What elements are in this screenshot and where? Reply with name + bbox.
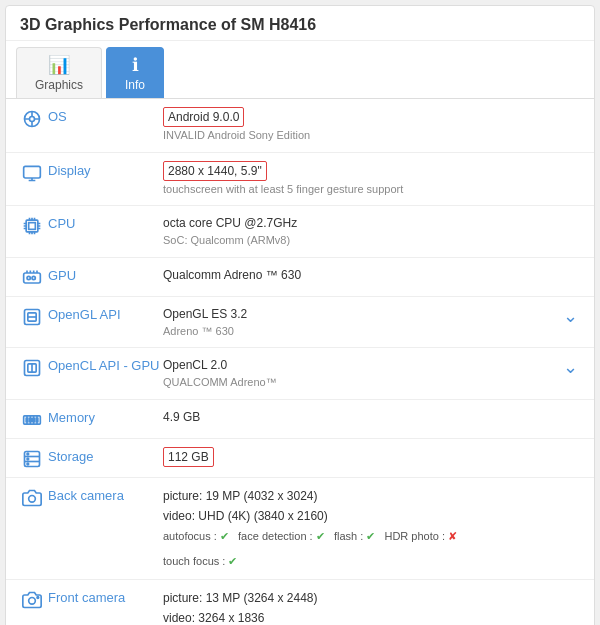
storage-row: Storage 112 GB	[6, 439, 594, 478]
svg-rect-44	[36, 418, 38, 421]
hdr-cross: ✘	[448, 530, 457, 542]
display-sub: touchscreen with at least 5 finger gestu…	[163, 181, 584, 198]
display-value: 2880 x 1440, 5.9" touchscreen with at le…	[163, 161, 584, 198]
back-camera-icon	[16, 486, 48, 508]
gpu-value: Qualcomm Adreno ™ 630	[163, 266, 584, 284]
display-label: Display	[48, 161, 163, 178]
graphics-tab-icon: 📊	[48, 54, 70, 76]
opencl-expand-button[interactable]: ⌄	[556, 356, 584, 378]
memory-value: 4.9 GB	[163, 408, 584, 426]
front-camera-video: video: 3264 x 1836	[163, 608, 584, 625]
opencl-main: OpenCL 2.0	[163, 356, 556, 374]
svg-point-48	[27, 453, 29, 455]
opengl-icon	[16, 305, 48, 327]
gpu-main: Qualcomm Adreno ™ 630	[163, 266, 584, 284]
front-camera-row: Front camera picture: 13 MP (3264 x 2448…	[6, 580, 594, 625]
front-camera-icon	[16, 588, 48, 610]
opengl-expand-button[interactable]: ⌄	[556, 305, 584, 327]
opencl-label: OpenCL API - GPU	[48, 356, 163, 373]
front-camera-picture: picture: 13 MP (3264 x 2448)	[163, 588, 584, 608]
svg-point-53	[37, 597, 39, 599]
autofocus-check: ✔	[220, 530, 229, 542]
svg-rect-6	[24, 166, 41, 178]
cpu-row: CPU octa core CPU @2.7GHz SoC: Qualcomm …	[6, 206, 594, 258]
info-tab-label: Info	[125, 78, 145, 92]
display-highlight: 2880 x 1440, 5.9"	[163, 161, 267, 181]
tab-graphics[interactable]: 📊 Graphics	[16, 47, 102, 98]
os-label: OS	[48, 107, 163, 124]
info-tab-icon: ℹ	[132, 54, 139, 76]
svg-point-25	[32, 276, 35, 279]
info-table: OS Android 9.0.0 INVALID Android Sony Ed…	[6, 99, 594, 625]
memory-icon	[16, 408, 48, 430]
cpu-label: CPU	[48, 214, 163, 231]
back-camera-label: Back camera	[48, 486, 163, 503]
storage-value: 112 GB	[163, 447, 584, 467]
storage-label: Storage	[48, 447, 163, 464]
svg-point-51	[29, 495, 36, 502]
svg-point-52	[29, 598, 36, 605]
svg-rect-43	[33, 418, 35, 421]
back-camera-video: video: UHD (4K) (3840 x 2160)	[163, 506, 584, 526]
os-icon	[16, 107, 48, 129]
memory-main: 4.9 GB	[163, 408, 584, 426]
cpu-value: octa core CPU @2.7GHz SoC: Qualcomm (ARM…	[163, 214, 584, 249]
opengl-label: OpenGL API	[48, 305, 163, 322]
tab-info[interactable]: ℹ Info	[106, 47, 164, 98]
gpu-label: GPU	[48, 266, 163, 283]
gpu-row: GPU Qualcomm Adreno ™ 630	[6, 258, 594, 297]
front-camera-value: picture: 13 MP (3264 x 2448) video: 3264…	[163, 588, 584, 625]
svg-rect-41	[26, 418, 28, 421]
svg-rect-42	[30, 418, 32, 421]
svg-point-50	[27, 463, 29, 465]
os-highlight: Android 9.0.0	[163, 107, 244, 127]
svg-point-24	[27, 276, 30, 279]
opengl-row: OpenGL API OpenGL ES 3.2 Adreno ™ 630 ⌄	[6, 297, 594, 349]
cpu-main: octa core CPU @2.7GHz	[163, 214, 584, 232]
front-camera-label: Front camera	[48, 588, 163, 605]
graphics-tab-label: Graphics	[35, 78, 83, 92]
flash-check: ✔	[366, 530, 375, 542]
opencl-sub: QUALCOMM Adreno™	[163, 374, 556, 391]
svg-rect-10	[29, 223, 36, 230]
memory-label: Memory	[48, 408, 163, 425]
opencl-row: OpenCL API - GPU OpenCL 2.0 QUALCOMM Adr…	[6, 348, 594, 400]
back-camera-features: autofocus : ✔ face detection : ✔ flash :…	[163, 530, 457, 542]
os-value: Android 9.0.0 INVALID Android Sony Editi…	[163, 107, 584, 144]
cpu-icon	[16, 214, 48, 236]
memory-row: Memory 4.9 GB	[6, 400, 594, 439]
touch-focus-check: ✔	[228, 555, 237, 567]
svg-point-1	[30, 117, 35, 122]
cpu-sub: SoC: Qualcomm (ARMv8)	[163, 232, 584, 249]
display-icon	[16, 161, 48, 183]
os-row: OS Android 9.0.0 INVALID Android Sony Ed…	[6, 99, 594, 153]
opengl-value: OpenGL ES 3.2 Adreno ™ 630	[163, 305, 556, 340]
storage-highlight: 112 GB	[163, 447, 214, 467]
opengl-sub: Adreno ™ 630	[163, 323, 556, 340]
storage-icon	[16, 447, 48, 469]
back-camera-value: picture: 19 MP (4032 x 3024) video: UHD …	[163, 486, 584, 572]
gpu-icon	[16, 266, 48, 288]
opengl-main: OpenGL ES 3.2	[163, 305, 556, 323]
face-detection-check: ✔	[316, 530, 325, 542]
tab-bar: 📊 Graphics ℹ Info	[6, 41, 594, 99]
back-camera-row: Back camera picture: 19 MP (4032 x 3024)…	[6, 478, 594, 581]
svg-point-49	[27, 458, 29, 460]
back-camera-features2: touch focus : ✔	[163, 555, 237, 567]
back-camera-picture: picture: 19 MP (4032 x 3024)	[163, 486, 584, 506]
opencl-value: OpenCL 2.0 QUALCOMM Adreno™	[163, 356, 556, 391]
opencl-icon	[16, 356, 48, 378]
page-title: 3D Graphics Performance of SM H8416	[6, 6, 594, 41]
display-row: Display 2880 x 1440, 5.9" touchscreen wi…	[6, 153, 594, 207]
main-container: 3D Graphics Performance of SM H8416 📊 Gr…	[5, 5, 595, 625]
os-sub: INVALID Android Sony Edition	[163, 127, 584, 144]
